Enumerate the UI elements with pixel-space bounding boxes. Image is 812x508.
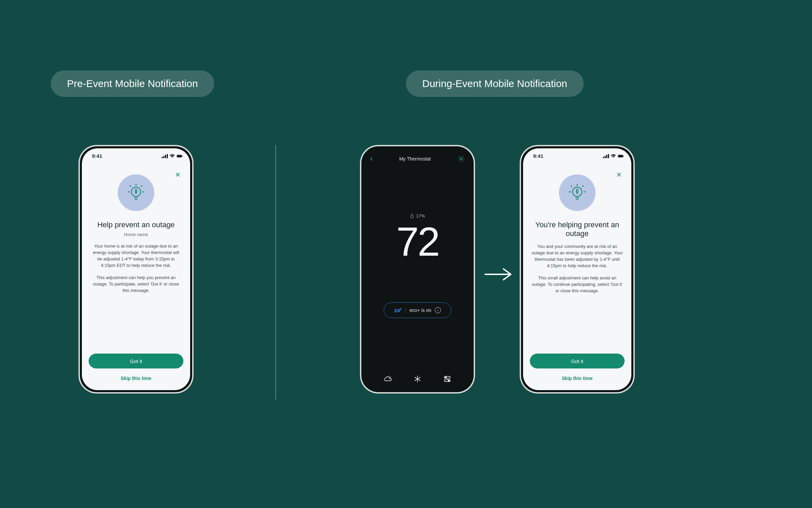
eco-bulb-icon — [559, 174, 595, 211]
status-icons — [603, 154, 624, 158]
eco-bulb-icon — [118, 174, 154, 211]
modal-title: You're helping prevent an outage — [533, 220, 621, 238]
phone-thermostat: ‹ My Thermostat 17% 72 24$ | eco+ is on … — [360, 145, 475, 394]
humidity-row: 17% — [363, 213, 472, 218]
droplet-icon — [410, 214, 414, 218]
phone-during-event: 9:41 ✕ You're helping prevent an outage … — [520, 145, 635, 394]
svg-point-16 — [460, 158, 462, 160]
thermostat-title: My Thermostat — [399, 156, 431, 162]
skip-button[interactable]: Skip this time — [530, 375, 625, 381]
svg-line-40 — [582, 186, 584, 187]
battery-icon — [618, 154, 624, 158]
section-divider — [275, 145, 276, 400]
status-bar: 9:41 — [82, 148, 190, 159]
svg-rect-3 — [165, 155, 166, 158]
modal-body-1: You and your community are at risk of an… — [531, 244, 623, 269]
modal-subhead: Home name — [82, 232, 190, 237]
current-temp: 72 — [363, 221, 472, 262]
cellular-icon — [162, 154, 168, 158]
svg-point-27 — [448, 380, 449, 381]
svg-point-8 — [131, 187, 141, 197]
humidity-value: 17% — [416, 213, 425, 218]
arrow-icon — [484, 268, 514, 281]
svg-rect-29 — [605, 156, 606, 158]
modal-body-2: This adjustment can help you prevent an … — [90, 275, 182, 294]
status-bar: 9:41 — [523, 148, 631, 159]
during-event-label: During-Event Mobile Notification — [406, 70, 584, 97]
svg-rect-31 — [608, 154, 609, 158]
gear-icon[interactable] — [457, 155, 465, 163]
svg-rect-6 — [177, 155, 181, 157]
pre-event-label: Pre-Event Mobile Notification — [51, 70, 214, 97]
modal-body-1: Your home is at risk of an outage due to… — [90, 243, 182, 269]
eco-label: eco+ is on — [410, 308, 431, 313]
back-button[interactable]: ‹ — [370, 154, 373, 163]
svg-rect-4 — [167, 154, 168, 158]
got-it-button[interactable]: Got it — [89, 354, 183, 368]
svg-rect-33 — [618, 155, 623, 157]
svg-line-18 — [390, 376, 391, 377]
chevron-right-icon: › — [435, 307, 441, 313]
skip-button[interactable]: Skip this time — [89, 375, 183, 381]
svg-rect-30 — [606, 155, 607, 158]
phone-pre-event: 9:41 ✕ Help prevent an outage Home name … — [78, 145, 194, 394]
wifi-icon — [610, 154, 616, 158]
close-icon[interactable]: ✕ — [616, 171, 622, 179]
svg-line-39 — [571, 186, 572, 187]
modal-title: Help prevent an outage — [92, 220, 180, 229]
status-icons — [162, 154, 183, 158]
close-icon[interactable]: ✕ — [175, 171, 181, 179]
battery-icon — [177, 154, 183, 158]
eco-plus-pill[interactable]: 24$ | eco+ is on › — [384, 302, 451, 318]
modal-body-2: This small adjustment can help avoid an … — [531, 275, 623, 294]
svg-line-13 — [141, 186, 142, 187]
svg-rect-7 — [182, 155, 182, 156]
savings-value: 24$ — [394, 308, 402, 313]
status-time: 9:41 — [533, 153, 543, 159]
svg-rect-28 — [603, 157, 604, 158]
svg-point-23 — [417, 379, 418, 380]
status-time: 9:41 — [92, 153, 102, 159]
tab-bar — [363, 375, 472, 383]
svg-line-12 — [130, 186, 131, 187]
got-it-button[interactable]: Got it — [530, 354, 625, 368]
svg-point-26 — [445, 377, 446, 378]
hvac-tab-icon[interactable] — [413, 375, 422, 383]
svg-rect-34 — [623, 155, 624, 156]
weather-tab-icon[interactable] — [383, 375, 392, 383]
svg-rect-1 — [162, 157, 163, 158]
svg-rect-2 — [163, 156, 164, 158]
svg-point-35 — [572, 187, 582, 197]
wifi-icon — [169, 154, 175, 158]
cellular-icon — [603, 154, 609, 158]
schedule-tab-icon[interactable] — [443, 375, 452, 383]
